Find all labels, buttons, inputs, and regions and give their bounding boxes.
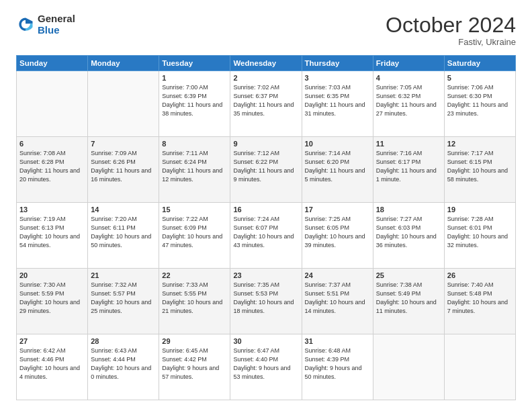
day-number: 21: [91, 271, 156, 279]
day-number: 14: [91, 205, 156, 214]
day-number: 8: [162, 140, 227, 148]
day-number: 22: [162, 271, 227, 279]
day-info: Sunrise: 6:47 AMSunset: 4:40 PMDaylight:…: [233, 347, 298, 381]
calendar-table: SundayMondayTuesdayWednesdayThursdayFrid…: [16, 55, 516, 400]
calendar-cell: 31Sunrise: 6:48 AMSunset: 4:39 PMDayligh…: [302, 334, 373, 400]
day-info: Sunrise: 6:42 AMSunset: 4:46 PMDaylight:…: [19, 347, 85, 381]
calendar-cell: 30Sunrise: 6:47 AMSunset: 4:40 PMDayligh…: [230, 334, 302, 400]
day-info: Sunrise: 7:35 AMSunset: 5:53 PMDaylight:…: [233, 281, 298, 316]
day-number: 26: [447, 271, 513, 279]
calendar-header-sunday: Sunday: [17, 56, 88, 71]
day-info: Sunrise: 7:40 AMSunset: 5:48 PMDaylight:…: [447, 281, 513, 316]
calendar-cell: 1Sunrise: 7:00 AMSunset: 6:39 PMDaylight…: [159, 71, 230, 137]
calendar-cell: 10Sunrise: 7:14 AMSunset: 6:20 PMDayligh…: [302, 137, 373, 203]
calendar-cell: 24Sunrise: 7:37 AMSunset: 5:51 PMDayligh…: [302, 269, 373, 334]
calendar-cell: 19Sunrise: 7:28 AMSunset: 6:01 PMDayligh…: [444, 203, 515, 269]
day-info: Sunrise: 7:05 AMSunset: 6:32 PMDaylight:…: [376, 83, 441, 118]
calendar-cell: 29Sunrise: 6:45 AMSunset: 4:42 PMDayligh…: [159, 334, 230, 400]
day-number: 2: [233, 74, 298, 82]
calendar-cell: 6Sunrise: 7:08 AMSunset: 6:28 PMDaylight…: [17, 137, 88, 203]
day-info: Sunrise: 7:06 AMSunset: 6:30 PMDaylight:…: [447, 83, 513, 118]
day-number: 15: [162, 205, 227, 214]
day-number: 20: [19, 271, 85, 279]
day-number: 7: [91, 140, 156, 148]
day-number: 29: [162, 337, 227, 345]
calendar-header-monday: Monday: [88, 56, 159, 71]
day-info: Sunrise: 6:45 AMSunset: 4:42 PMDaylight:…: [162, 347, 227, 381]
calendar-cell: [444, 334, 515, 400]
calendar-cell: 4Sunrise: 7:05 AMSunset: 6:32 PMDaylight…: [373, 71, 444, 137]
day-number: 28: [91, 337, 156, 345]
calendar-cell: 3Sunrise: 7:03 AMSunset: 6:35 PMDaylight…: [302, 71, 373, 137]
logo-blue-text: Blue: [38, 25, 75, 36]
calendar-cell: 25Sunrise: 7:38 AMSunset: 5:49 PMDayligh…: [373, 269, 444, 334]
calendar-week-2: 6Sunrise: 7:08 AMSunset: 6:28 PMDaylight…: [17, 137, 516, 203]
title-block: October 2024 Fastiv, Ukraine: [386, 13, 516, 47]
day-info: Sunrise: 7:24 AMSunset: 6:07 PMDaylight:…: [233, 215, 298, 250]
day-number: 4: [376, 74, 441, 82]
day-info: Sunrise: 7:20 AMSunset: 6:11 PMDaylight:…: [91, 215, 156, 250]
day-info: Sunrise: 7:28 AMSunset: 6:01 PMDaylight:…: [447, 215, 513, 250]
calendar-location: Fastiv, Ukraine: [386, 37, 516, 47]
day-number: 30: [233, 337, 298, 345]
day-number: 19: [447, 205, 513, 214]
calendar-header-row: SundayMondayTuesdayWednesdayThursdayFrid…: [17, 56, 516, 71]
day-number: 13: [19, 205, 85, 214]
day-info: Sunrise: 7:02 AMSunset: 6:37 PMDaylight:…: [233, 83, 298, 118]
day-info: Sunrise: 7:17 AMSunset: 6:15 PMDaylight:…: [447, 149, 513, 184]
calendar-cell: 16Sunrise: 7:24 AMSunset: 6:07 PMDayligh…: [230, 203, 302, 269]
day-info: Sunrise: 7:38 AMSunset: 5:49 PMDaylight:…: [376, 281, 441, 316]
day-number: 27: [19, 337, 85, 345]
day-info: Sunrise: 7:16 AMSunset: 6:17 PMDaylight:…: [376, 149, 441, 184]
day-number: 25: [376, 271, 441, 279]
day-number: 11: [376, 140, 441, 148]
calendar-cell: 5Sunrise: 7:06 AMSunset: 6:30 PMDaylight…: [444, 71, 515, 137]
calendar-cell: 18Sunrise: 7:27 AMSunset: 6:03 PMDayligh…: [373, 203, 444, 269]
calendar-cell: 20Sunrise: 7:30 AMSunset: 5:59 PMDayligh…: [17, 269, 88, 334]
calendar-cell: 9Sunrise: 7:12 AMSunset: 6:22 PMDaylight…: [230, 137, 302, 203]
day-number: 24: [305, 271, 370, 279]
calendar-header-friday: Friday: [373, 56, 444, 71]
day-info: Sunrise: 7:33 AMSunset: 5:55 PMDaylight:…: [162, 281, 227, 316]
calendar-cell: 7Sunrise: 7:09 AMSunset: 6:26 PMDaylight…: [88, 137, 159, 203]
calendar-cell: 14Sunrise: 7:20 AMSunset: 6:11 PMDayligh…: [88, 203, 159, 269]
calendar-cell: 26Sunrise: 7:40 AMSunset: 5:48 PMDayligh…: [444, 269, 515, 334]
calendar-header-thursday: Thursday: [302, 56, 373, 71]
calendar-week-4: 20Sunrise: 7:30 AMSunset: 5:59 PMDayligh…: [17, 269, 516, 334]
calendar-cell: 23Sunrise: 7:35 AMSunset: 5:53 PMDayligh…: [230, 269, 302, 334]
calendar-page: General Blue October 2024 Fastiv, Ukrain…: [0, 0, 532, 411]
day-number: 3: [305, 74, 370, 82]
calendar-cell: [373, 334, 444, 400]
day-number: 17: [305, 205, 370, 214]
calendar-cell: 12Sunrise: 7:17 AMSunset: 6:15 PMDayligh…: [444, 137, 515, 203]
calendar-header-tuesday: Tuesday: [159, 56, 230, 71]
calendar-cell: 28Sunrise: 6:43 AMSunset: 4:44 PMDayligh…: [88, 334, 159, 400]
calendar-week-5: 27Sunrise: 6:42 AMSunset: 4:46 PMDayligh…: [17, 334, 516, 400]
calendar-cell: [17, 71, 88, 137]
day-info: Sunrise: 7:03 AMSunset: 6:35 PMDaylight:…: [305, 83, 370, 118]
day-number: 18: [376, 205, 441, 214]
calendar-week-3: 13Sunrise: 7:19 AMSunset: 6:13 PMDayligh…: [17, 203, 516, 269]
calendar-header-saturday: Saturday: [444, 56, 515, 71]
calendar-cell: 22Sunrise: 7:33 AMSunset: 5:55 PMDayligh…: [159, 269, 230, 334]
calendar-cell: 27Sunrise: 6:42 AMSunset: 4:46 PMDayligh…: [17, 334, 88, 400]
day-info: Sunrise: 7:22 AMSunset: 6:09 PMDaylight:…: [162, 215, 227, 250]
logo-icon: [16, 15, 35, 34]
logo-text: General Blue: [38, 13, 75, 36]
calendar-cell: 11Sunrise: 7:16 AMSunset: 6:17 PMDayligh…: [373, 137, 444, 203]
calendar-cell: 17Sunrise: 7:25 AMSunset: 6:05 PMDayligh…: [302, 203, 373, 269]
day-info: Sunrise: 7:37 AMSunset: 5:51 PMDaylight:…: [305, 281, 370, 316]
day-number: 9: [233, 140, 298, 148]
day-number: 16: [233, 205, 298, 214]
day-info: Sunrise: 7:19 AMSunset: 6:13 PMDaylight:…: [19, 215, 85, 250]
day-info: Sunrise: 7:25 AMSunset: 6:05 PMDaylight:…: [305, 215, 370, 250]
day-info: Sunrise: 7:09 AMSunset: 6:26 PMDaylight:…: [91, 149, 156, 184]
day-number: 10: [305, 140, 370, 148]
calendar-cell: [88, 71, 159, 137]
calendar-cell: 13Sunrise: 7:19 AMSunset: 6:13 PMDayligh…: [17, 203, 88, 269]
day-number: 1: [162, 74, 227, 82]
calendar-cell: 15Sunrise: 7:22 AMSunset: 6:09 PMDayligh…: [159, 203, 230, 269]
day-info: Sunrise: 7:12 AMSunset: 6:22 PMDaylight:…: [233, 149, 298, 184]
day-number: 5: [447, 74, 513, 82]
header: General Blue October 2024 Fastiv, Ukrain…: [16, 13, 516, 47]
